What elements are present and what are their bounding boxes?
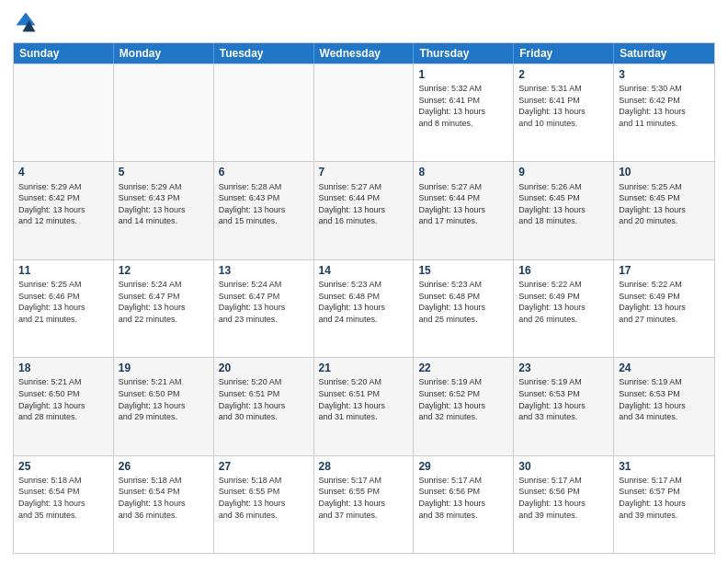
cal-cell: 27Sunrise: 5:18 AM Sunset: 6:55 PM Dayli… bbox=[214, 456, 314, 553]
cal-cell: 25Sunrise: 5:18 AM Sunset: 6:54 PM Dayli… bbox=[14, 456, 114, 553]
cal-cell: 22Sunrise: 5:19 AM Sunset: 6:52 PM Dayli… bbox=[414, 358, 514, 454]
cell-info: Sunrise: 5:26 AM Sunset: 6:45 PM Dayligh… bbox=[518, 181, 609, 227]
cal-cell: 13Sunrise: 5:24 AM Sunset: 6:47 PM Dayli… bbox=[214, 260, 314, 357]
day-number: 8 bbox=[418, 165, 508, 179]
cell-info: Sunrise: 5:17 AM Sunset: 6:56 PM Dayligh… bbox=[418, 475, 508, 521]
day-number: 6 bbox=[219, 165, 309, 179]
cal-cell: 5Sunrise: 5:29 AM Sunset: 6:43 PM Daylig… bbox=[114, 162, 214, 259]
header-cell-wednesday: Wednesday bbox=[314, 43, 415, 63]
cal-cell: 3Sunrise: 5:30 AM Sunset: 6:42 PM Daylig… bbox=[614, 64, 714, 161]
cell-info: Sunrise: 5:29 AM Sunset: 6:43 PM Dayligh… bbox=[119, 181, 209, 227]
day-number: 30 bbox=[518, 459, 609, 474]
day-number: 24 bbox=[619, 361, 710, 375]
cell-info: Sunrise: 5:27 AM Sunset: 6:44 PM Dayligh… bbox=[418, 181, 508, 227]
cal-cell: 10Sunrise: 5:25 AM Sunset: 6:45 PM Dayli… bbox=[614, 162, 714, 259]
day-number: 27 bbox=[219, 459, 309, 474]
cell-info: Sunrise: 5:18 AM Sunset: 6:54 PM Dayligh… bbox=[119, 475, 209, 521]
cell-info: Sunrise: 5:18 AM Sunset: 6:54 PM Dayligh… bbox=[18, 475, 108, 521]
day-number: 12 bbox=[119, 263, 209, 278]
cal-cell bbox=[14, 64, 114, 161]
day-number: 29 bbox=[418, 459, 508, 474]
svg-marker-0 bbox=[17, 13, 36, 26]
cell-info: Sunrise: 5:19 AM Sunset: 6:52 PM Dayligh… bbox=[418, 376, 508, 422]
calendar-header: SundayMondayTuesdayWednesdayThursdayFrid… bbox=[14, 43, 714, 63]
day-number: 10 bbox=[619, 165, 710, 179]
day-number: 18 bbox=[18, 361, 108, 375]
day-number: 16 bbox=[518, 263, 609, 278]
day-number: 25 bbox=[18, 459, 108, 474]
cal-cell bbox=[314, 64, 415, 161]
cell-info: Sunrise: 5:21 AM Sunset: 6:50 PM Dayligh… bbox=[119, 376, 209, 422]
cal-cell: 24Sunrise: 5:19 AM Sunset: 6:53 PM Dayli… bbox=[614, 358, 714, 454]
cal-cell: 17Sunrise: 5:22 AM Sunset: 6:49 PM Dayli… bbox=[614, 260, 714, 357]
cal-row-2: 11Sunrise: 5:25 AM Sunset: 6:46 PM Dayli… bbox=[14, 259, 714, 357]
cal-cell: 29Sunrise: 5:17 AM Sunset: 6:56 PM Dayli… bbox=[414, 456, 514, 553]
calendar-body: 1Sunrise: 5:32 AM Sunset: 6:41 PM Daylig… bbox=[14, 63, 714, 553]
day-number: 15 bbox=[418, 263, 508, 278]
cell-info: Sunrise: 5:32 AM Sunset: 6:41 PM Dayligh… bbox=[418, 83, 508, 129]
logo-icon bbox=[13, 9, 39, 35]
day-number: 4 bbox=[18, 165, 108, 179]
cal-cell: 4Sunrise: 5:29 AM Sunset: 6:42 PM Daylig… bbox=[14, 162, 114, 259]
day-number: 22 bbox=[418, 361, 508, 375]
cell-info: Sunrise: 5:18 AM Sunset: 6:55 PM Dayligh… bbox=[219, 475, 309, 521]
cal-cell: 19Sunrise: 5:21 AM Sunset: 6:50 PM Dayli… bbox=[114, 358, 214, 454]
cell-info: Sunrise: 5:23 AM Sunset: 6:48 PM Dayligh… bbox=[319, 279, 409, 325]
cell-info: Sunrise: 5:19 AM Sunset: 6:53 PM Dayligh… bbox=[619, 376, 710, 422]
page: SundayMondayTuesdayWednesdayThursdayFrid… bbox=[0, 0, 728, 563]
cal-row-0: 1Sunrise: 5:32 AM Sunset: 6:41 PM Daylig… bbox=[14, 63, 714, 161]
day-number: 9 bbox=[518, 165, 609, 179]
cal-cell: 9Sunrise: 5:26 AM Sunset: 6:45 PM Daylig… bbox=[514, 162, 614, 259]
cal-row-1: 4Sunrise: 5:29 AM Sunset: 6:42 PM Daylig… bbox=[14, 161, 714, 259]
day-number: 5 bbox=[119, 165, 209, 179]
header-cell-sunday: Sunday bbox=[14, 43, 114, 63]
cal-cell: 26Sunrise: 5:18 AM Sunset: 6:54 PM Dayli… bbox=[114, 456, 214, 553]
cell-info: Sunrise: 5:17 AM Sunset: 6:57 PM Dayligh… bbox=[619, 475, 710, 521]
cal-cell bbox=[114, 64, 214, 161]
cell-info: Sunrise: 5:24 AM Sunset: 6:47 PM Dayligh… bbox=[219, 279, 309, 325]
cal-cell: 14Sunrise: 5:23 AM Sunset: 6:48 PM Dayli… bbox=[314, 260, 415, 357]
header-cell-thursday: Thursday bbox=[414, 43, 514, 63]
cal-cell: 6Sunrise: 5:28 AM Sunset: 6:43 PM Daylig… bbox=[214, 162, 314, 259]
cal-cell: 7Sunrise: 5:27 AM Sunset: 6:44 PM Daylig… bbox=[314, 162, 415, 259]
day-number: 14 bbox=[319, 263, 409, 278]
header-cell-friday: Friday bbox=[514, 43, 614, 63]
cal-cell: 21Sunrise: 5:20 AM Sunset: 6:51 PM Dayli… bbox=[314, 358, 415, 454]
day-number: 28 bbox=[319, 459, 409, 474]
cell-info: Sunrise: 5:20 AM Sunset: 6:51 PM Dayligh… bbox=[319, 376, 409, 422]
day-number: 19 bbox=[119, 361, 209, 375]
cal-cell: 15Sunrise: 5:23 AM Sunset: 6:48 PM Dayli… bbox=[414, 260, 514, 357]
cell-info: Sunrise: 5:25 AM Sunset: 6:46 PM Dayligh… bbox=[18, 279, 108, 325]
cal-cell bbox=[214, 64, 314, 161]
header-cell-monday: Monday bbox=[114, 43, 214, 63]
cell-info: Sunrise: 5:24 AM Sunset: 6:47 PM Dayligh… bbox=[119, 279, 209, 325]
day-number: 26 bbox=[119, 459, 209, 474]
day-number: 3 bbox=[619, 67, 710, 82]
day-number: 17 bbox=[619, 263, 710, 278]
day-number: 1 bbox=[418, 67, 508, 82]
logo bbox=[13, 9, 42, 35]
calendar: SundayMondayTuesdayWednesdayThursdayFrid… bbox=[13, 42, 715, 554]
cell-info: Sunrise: 5:19 AM Sunset: 6:53 PM Dayligh… bbox=[518, 376, 609, 422]
cal-cell: 16Sunrise: 5:22 AM Sunset: 6:49 PM Dayli… bbox=[514, 260, 614, 357]
header bbox=[13, 9, 715, 35]
cell-info: Sunrise: 5:22 AM Sunset: 6:49 PM Dayligh… bbox=[619, 279, 710, 325]
cell-info: Sunrise: 5:30 AM Sunset: 6:42 PM Dayligh… bbox=[619, 83, 710, 129]
cal-cell: 12Sunrise: 5:24 AM Sunset: 6:47 PM Dayli… bbox=[114, 260, 214, 357]
day-number: 2 bbox=[518, 67, 609, 82]
cal-row-3: 18Sunrise: 5:21 AM Sunset: 6:50 PM Dayli… bbox=[14, 357, 714, 454]
cell-info: Sunrise: 5:22 AM Sunset: 6:49 PM Dayligh… bbox=[518, 279, 609, 325]
cell-info: Sunrise: 5:31 AM Sunset: 6:41 PM Dayligh… bbox=[518, 83, 609, 129]
cell-info: Sunrise: 5:23 AM Sunset: 6:48 PM Dayligh… bbox=[418, 279, 508, 325]
cell-info: Sunrise: 5:17 AM Sunset: 6:56 PM Dayligh… bbox=[518, 475, 609, 521]
cal-cell: 31Sunrise: 5:17 AM Sunset: 6:57 PM Dayli… bbox=[614, 456, 714, 553]
cell-info: Sunrise: 5:28 AM Sunset: 6:43 PM Dayligh… bbox=[219, 181, 309, 227]
header-cell-saturday: Saturday bbox=[614, 43, 714, 63]
cal-cell: 11Sunrise: 5:25 AM Sunset: 6:46 PM Dayli… bbox=[14, 260, 114, 357]
cell-info: Sunrise: 5:29 AM Sunset: 6:42 PM Dayligh… bbox=[18, 181, 108, 227]
cal-cell: 8Sunrise: 5:27 AM Sunset: 6:44 PM Daylig… bbox=[414, 162, 514, 259]
cell-info: Sunrise: 5:27 AM Sunset: 6:44 PM Dayligh… bbox=[319, 181, 409, 227]
cal-row-4: 25Sunrise: 5:18 AM Sunset: 6:54 PM Dayli… bbox=[14, 455, 714, 553]
cell-info: Sunrise: 5:21 AM Sunset: 6:50 PM Dayligh… bbox=[18, 376, 108, 422]
day-number: 13 bbox=[219, 263, 309, 278]
